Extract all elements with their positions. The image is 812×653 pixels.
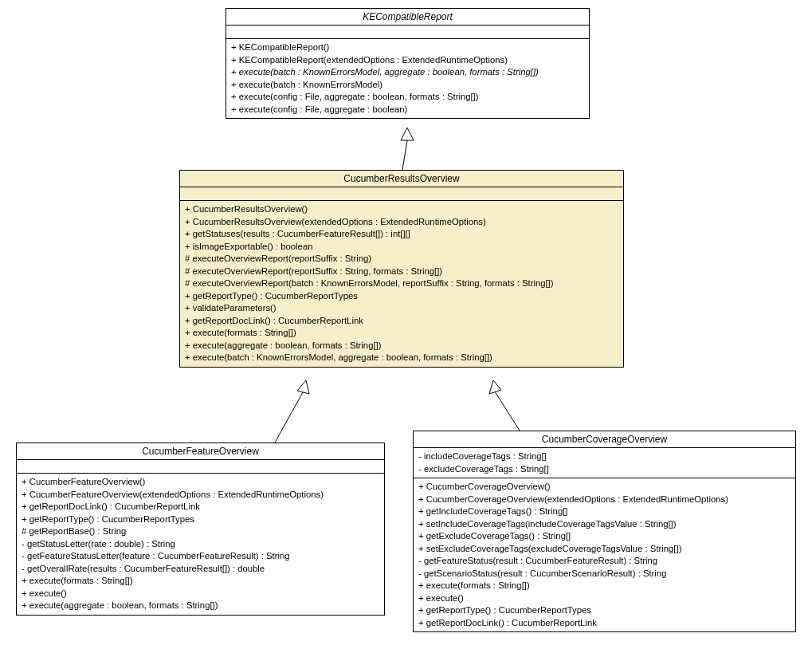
member-row: + execute(config : File, aggregate : boo… [231,104,584,116]
member-row: + CucumberFeatureOverview(extendedOption… [22,489,379,502]
attributes-compartment [17,460,384,474]
member-row: # executeOverviewReport(reportSuffix : S… [185,266,618,278]
member-row: + setIncludeCoverageTags(includeCoverage… [418,518,790,531]
member-row: + getStatuses(results : CucumberFeatureR… [185,228,618,241]
class-title: CucumberFeatureOverview [17,443,384,460]
member-row: + getReportType() : CucumberReportTypes [185,290,618,303]
member-row: - getOverallRate(results : CucumberFeatu… [22,563,379,576]
class-title: CucumberCoverageOverview [414,431,795,448]
member-row: + execute(formats : String[]) [418,580,790,592]
generalization-edge [495,391,520,431]
member-row: + getReportDocLink() : CucumberReportLin… [418,617,790,630]
member-row: + getExcludeCoverageTags() : String[] [418,530,790,543]
generalization-arrow-icon [297,380,309,394]
member-row: + getReportType() : CucumberReportTypes [22,513,379,526]
member-row: + CucumberCoverageOverview(extendedOptio… [418,494,790,506]
class-cucumberresultsoverview: CucumberResultsOverview + CucumberResult… [179,170,624,368]
member-row: + CucumberCoverageOverview() [418,481,790,494]
member-row: + execute(config : File, aggregate : boo… [231,91,584,104]
member-row: - excludeCoverageTags : String[] [418,463,790,476]
generalization-arrow-icon [489,380,501,394]
member-row: - includeCoverageTags : String[] [418,450,790,463]
member-row: + KECompatibleReport(extendedOptions : E… [231,54,584,67]
member-row: + CucumberResultsOverview(extendedOption… [185,216,618,229]
member-row: + CucumberFeatureOverview() [22,476,379,489]
operations-compartment: + KECompatibleReport()+ KECompatibleRepo… [226,39,589,118]
member-row: - getFeatureStatus(result : CucumberFeat… [418,555,790,568]
member-row: + execute(batch : KnownErrorsModel, aggr… [231,66,584,79]
member-row: # executeOverviewReport(batch : KnownErr… [185,277,618,290]
class-title: CucumberResultsOverview [180,171,623,187]
member-row: - getScenarioStatus(result : CucumberSce… [418,568,790,580]
attributes-compartment [226,26,589,39]
member-row: + execute(batch : KnownErrorsModel) [231,79,584,92]
attributes-compartment [180,187,623,201]
operations-compartment: + CucumberResultsOverview()+ CucumberRes… [180,201,623,367]
member-row: + execute(aggregate : boolean, formats :… [185,340,618,352]
member-row: + getReportDocLink() : CucumberReportLin… [22,501,379,513]
class-cucumbercoverageoverview: CucumberCoverageOverview - includeCovera… [413,431,796,632]
member-row: + execute(aggregate : boolean, formats :… [22,600,379,612]
operations-compartment: + CucumberFeatureOverview()+ CucumberFea… [17,474,384,615]
member-row: + KECompatibleReport() [231,41,584,54]
class-kecompatiblereport: KECompatibleReport + KECompatibleReport(… [226,8,590,119]
member-row: + validateParameters() [185,302,618,315]
member-row: + execute(batch : KnownErrorsModel, aggr… [185,352,618,364]
member-row: + setExcludeCoverageTags(excludeCoverage… [418,543,790,556]
member-row: + getIncludeCoverageTags() : String[] [418,505,790,518]
member-row: + execute(formats : String[]) [185,327,618,340]
member-row: - getStatusLetter(rate : double) : Strin… [22,538,379,551]
member-row: + getReportType() : CucumberReportTypes [418,604,790,617]
operations-compartment: + CucumberCoverageOverview()+ CucumberCo… [414,478,795,631]
member-row: + execute() [418,592,790,605]
member-row: + execute(formats : String[]) [22,575,379,588]
attributes-compartment: - includeCoverageTags : String[]- exclud… [414,448,795,478]
generalization-edge [402,140,407,170]
member-row: - getFeatureStatusLetter(feature : Cucum… [22,550,379,563]
member-row: # getReportBase() : String [22,525,379,538]
generalization-arrow-icon [401,128,414,140]
member-row: # executeOverviewReport(reportSuffix : S… [185,253,618,266]
class-cucumberfeatureoverview: CucumberFeatureOverview + CucumberFeatur… [16,443,385,616]
class-title: KECompatibleReport [226,9,589,26]
generalization-edge [275,392,303,443]
member-row: + CucumberResultsOverview() [185,203,618,216]
member-row: + execute() [22,588,379,600]
member-row: + isImageExportable() : boolean [185,241,618,254]
member-row: + getReportDocLink() : CucumberReportLin… [185,315,618,328]
